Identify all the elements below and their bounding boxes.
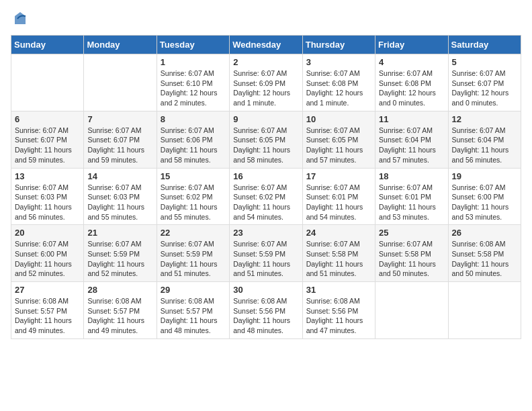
day-number: 12 xyxy=(452,114,517,124)
calendar-week-3: 13Sunrise: 6:07 AM Sunset: 6:03 PM Dayli… xyxy=(11,168,521,225)
calendar-cell: 14Sunrise: 6:07 AM Sunset: 6:03 PM Dayli… xyxy=(84,168,157,225)
calendar-cell: 23Sunrise: 6:07 AM Sunset: 5:59 PM Dayli… xyxy=(230,225,302,282)
calendar-week-2: 6Sunrise: 6:07 AM Sunset: 6:07 PM Daylig… xyxy=(11,111,521,168)
day-info: Sunrise: 6:07 AM Sunset: 6:08 PM Dayligh… xyxy=(379,68,444,108)
day-number: 26 xyxy=(452,228,517,238)
day-info: Sunrise: 6:07 AM Sunset: 6:01 PM Dayligh… xyxy=(306,183,371,222)
calendar-cell xyxy=(448,282,521,339)
day-number: 4 xyxy=(379,57,444,67)
day-info: Sunrise: 6:07 AM Sunset: 6:07 PM Dayligh… xyxy=(15,126,80,165)
day-info: Sunrise: 6:07 AM Sunset: 6:00 PM Dayligh… xyxy=(452,183,517,222)
calendar-cell: 3Sunrise: 6:07 AM Sunset: 6:08 PM Daylig… xyxy=(302,54,375,111)
header-cell-friday: Friday xyxy=(375,36,448,54)
calendar-cell: 4Sunrise: 6:07 AM Sunset: 6:08 PM Daylig… xyxy=(375,54,448,111)
page-header xyxy=(11,11,521,27)
header-cell-wednesday: Wednesday xyxy=(230,36,302,54)
calendar-cell xyxy=(375,282,448,339)
header-cell-thursday: Thursday xyxy=(302,36,375,54)
day-number: 14 xyxy=(87,171,152,181)
day-info: Sunrise: 6:07 AM Sunset: 5:59 PM Dayligh… xyxy=(87,239,152,279)
calendar-header: SundayMondayTuesdayWednesdayThursdayFrid… xyxy=(11,36,521,54)
day-number: 23 xyxy=(233,228,298,238)
header-cell-sunday: Sunday xyxy=(11,36,84,54)
calendar-cell: 28Sunrise: 6:08 AM Sunset: 5:57 PM Dayli… xyxy=(84,282,157,339)
day-number: 31 xyxy=(306,285,371,295)
day-info: Sunrise: 6:07 AM Sunset: 5:59 PM Dayligh… xyxy=(161,239,226,279)
day-number: 25 xyxy=(379,228,444,238)
calendar-cell: 6Sunrise: 6:07 AM Sunset: 6:07 PM Daylig… xyxy=(11,111,84,168)
day-info: Sunrise: 6:08 AM Sunset: 5:56 PM Dayligh… xyxy=(233,296,298,336)
logo-icon xyxy=(12,11,28,27)
calendar-cell: 16Sunrise: 6:07 AM Sunset: 6:02 PM Dayli… xyxy=(230,168,302,225)
calendar-cell: 18Sunrise: 6:07 AM Sunset: 6:01 PM Dayli… xyxy=(375,168,448,225)
calendar-cell: 13Sunrise: 6:07 AM Sunset: 6:03 PM Dayli… xyxy=(11,168,84,225)
calendar-cell: 22Sunrise: 6:07 AM Sunset: 5:59 PM Dayli… xyxy=(157,225,229,282)
day-number: 1 xyxy=(161,57,226,67)
calendar-cell: 15Sunrise: 6:07 AM Sunset: 6:02 PM Dayli… xyxy=(157,168,229,225)
calendar-week-5: 27Sunrise: 6:08 AM Sunset: 5:57 PM Dayli… xyxy=(11,282,521,339)
day-number: 8 xyxy=(161,114,226,124)
day-number: 18 xyxy=(379,171,444,181)
calendar-week-1: 1Sunrise: 6:07 AM Sunset: 6:10 PM Daylig… xyxy=(11,54,521,111)
day-number: 2 xyxy=(233,57,298,67)
day-number: 27 xyxy=(15,285,80,295)
day-info: Sunrise: 6:08 AM Sunset: 5:57 PM Dayligh… xyxy=(87,296,152,336)
calendar-cell: 10Sunrise: 6:07 AM Sunset: 6:05 PM Dayli… xyxy=(302,111,375,168)
calendar-cell: 2Sunrise: 6:07 AM Sunset: 6:09 PM Daylig… xyxy=(230,54,302,111)
calendar-cell: 11Sunrise: 6:07 AM Sunset: 6:04 PM Dayli… xyxy=(375,111,448,168)
day-info: Sunrise: 6:08 AM Sunset: 5:57 PM Dayligh… xyxy=(15,296,80,336)
day-info: Sunrise: 6:07 AM Sunset: 6:04 PM Dayligh… xyxy=(379,126,444,165)
calendar-cell xyxy=(84,54,157,111)
day-number: 13 xyxy=(15,171,80,181)
day-info: Sunrise: 6:07 AM Sunset: 6:04 PM Dayligh… xyxy=(452,126,517,165)
calendar-cell: 5Sunrise: 6:07 AM Sunset: 6:07 PM Daylig… xyxy=(448,54,521,111)
day-info: Sunrise: 6:07 AM Sunset: 6:03 PM Dayligh… xyxy=(87,183,152,222)
day-number: 24 xyxy=(306,228,371,238)
calendar-cell: 27Sunrise: 6:08 AM Sunset: 5:57 PM Dayli… xyxy=(11,282,84,339)
day-number: 19 xyxy=(452,171,517,181)
header-cell-saturday: Saturday xyxy=(448,36,521,54)
calendar-cell: 21Sunrise: 6:07 AM Sunset: 5:59 PM Dayli… xyxy=(84,225,157,282)
day-number: 22 xyxy=(161,228,226,238)
day-number: 6 xyxy=(15,114,80,124)
calendar-cell: 31Sunrise: 6:08 AM Sunset: 5:56 PM Dayli… xyxy=(302,282,375,339)
calendar-week-4: 20Sunrise: 6:07 AM Sunset: 6:00 PM Dayli… xyxy=(11,225,521,282)
day-number: 5 xyxy=(452,57,517,67)
header-cell-tuesday: Tuesday xyxy=(157,36,229,54)
day-info: Sunrise: 6:07 AM Sunset: 6:07 PM Dayligh… xyxy=(87,126,152,165)
day-info: Sunrise: 6:07 AM Sunset: 6:06 PM Dayligh… xyxy=(161,126,226,165)
calendar-table: SundayMondayTuesdayWednesdayThursdayFrid… xyxy=(11,35,521,339)
calendar-cell: 17Sunrise: 6:07 AM Sunset: 6:01 PM Dayli… xyxy=(302,168,375,225)
calendar-cell: 26Sunrise: 6:08 AM Sunset: 5:58 PM Dayli… xyxy=(448,225,521,282)
day-info: Sunrise: 6:08 AM Sunset: 5:57 PM Dayligh… xyxy=(161,296,226,336)
day-number: 16 xyxy=(233,171,298,181)
day-number: 7 xyxy=(87,114,152,124)
calendar-cell: 25Sunrise: 6:07 AM Sunset: 5:58 PM Dayli… xyxy=(375,225,448,282)
calendar-cell xyxy=(11,54,84,111)
calendar-cell: 19Sunrise: 6:07 AM Sunset: 6:00 PM Dayli… xyxy=(448,168,521,225)
header-cell-monday: Monday xyxy=(84,36,157,54)
calendar-cell: 20Sunrise: 6:07 AM Sunset: 6:00 PM Dayli… xyxy=(11,225,84,282)
day-info: Sunrise: 6:07 AM Sunset: 6:01 PM Dayligh… xyxy=(379,183,444,222)
day-number: 11 xyxy=(379,114,444,124)
day-info: Sunrise: 6:07 AM Sunset: 5:59 PM Dayligh… xyxy=(233,239,298,279)
calendar-cell: 8Sunrise: 6:07 AM Sunset: 6:06 PM Daylig… xyxy=(157,111,229,168)
day-info: Sunrise: 6:07 AM Sunset: 6:07 PM Dayligh… xyxy=(452,68,517,108)
calendar-cell: 7Sunrise: 6:07 AM Sunset: 6:07 PM Daylig… xyxy=(84,111,157,168)
day-number: 28 xyxy=(87,285,152,295)
day-number: 29 xyxy=(161,285,226,295)
calendar-cell: 1Sunrise: 6:07 AM Sunset: 6:10 PM Daylig… xyxy=(157,54,229,111)
day-info: Sunrise: 6:07 AM Sunset: 6:08 PM Dayligh… xyxy=(306,68,371,108)
day-info: Sunrise: 6:07 AM Sunset: 6:10 PM Dayligh… xyxy=(161,68,226,108)
calendar-cell: 24Sunrise: 6:07 AM Sunset: 5:58 PM Dayli… xyxy=(302,225,375,282)
day-info: Sunrise: 6:07 AM Sunset: 6:03 PM Dayligh… xyxy=(15,183,80,222)
day-info: Sunrise: 6:07 AM Sunset: 6:02 PM Dayligh… xyxy=(233,183,298,222)
calendar-cell: 30Sunrise: 6:08 AM Sunset: 5:56 PM Dayli… xyxy=(230,282,302,339)
logo xyxy=(11,11,28,27)
day-info: Sunrise: 6:07 AM Sunset: 5:58 PM Dayligh… xyxy=(306,239,371,279)
day-number: 30 xyxy=(233,285,298,295)
calendar-cell: 12Sunrise: 6:07 AM Sunset: 6:04 PM Dayli… xyxy=(448,111,521,168)
day-number: 20 xyxy=(15,228,80,238)
header-row: SundayMondayTuesdayWednesdayThursdayFrid… xyxy=(11,36,521,54)
day-number: 17 xyxy=(306,171,371,181)
